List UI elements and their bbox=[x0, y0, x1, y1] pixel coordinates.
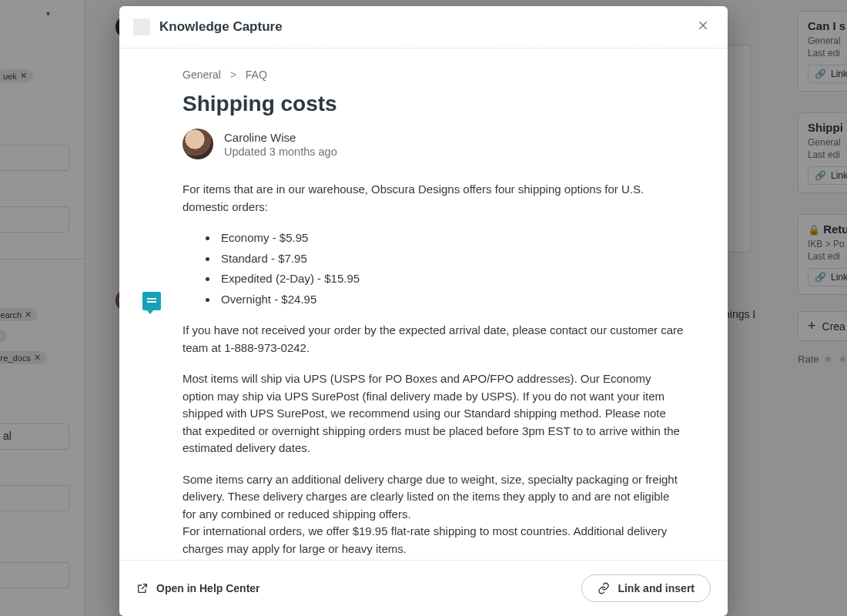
article-paragraph: Most items will ship via UPS (USPS for P… bbox=[182, 370, 685, 457]
close-button[interactable] bbox=[697, 19, 712, 35]
breadcrumb: General > FAQ bbox=[182, 69, 685, 81]
link-and-insert-button[interactable]: Link and insert bbox=[581, 574, 711, 602]
article-title: Shipping costs bbox=[182, 92, 685, 116]
shipping-options-list: Economy - $5.95 Standard - $7.95 Expedit… bbox=[182, 229, 685, 308]
close-icon bbox=[697, 19, 709, 32]
breadcrumb-leaf[interactable]: FAQ bbox=[246, 69, 267, 81]
knowledge-capture-modal: Knowledge Capture General > FAQ Shipping… bbox=[119, 6, 728, 616]
author-name: Caroline Wise bbox=[224, 131, 337, 144]
open-help-center-label: Open in Help Center bbox=[156, 582, 260, 594]
link-icon bbox=[598, 582, 610, 594]
article-body: For items that are in our warehouse, Obs… bbox=[182, 181, 685, 557]
open-help-center-link[interactable]: Open in Help Center bbox=[136, 582, 260, 594]
list-item: Economy - $5.95 bbox=[218, 229, 685, 247]
modal-title: Knowledge Capture bbox=[159, 19, 283, 35]
comment-icon[interactable] bbox=[142, 292, 161, 310]
list-item: Standard - $7.95 bbox=[218, 250, 685, 268]
breadcrumb-root[interactable]: General bbox=[182, 69, 221, 81]
breadcrumb-separator: > bbox=[230, 69, 236, 81]
external-link-icon bbox=[136, 582, 149, 594]
article-container: General > FAQ Shipping costs Caroline Wi… bbox=[119, 69, 728, 557]
author-avatar bbox=[182, 129, 213, 159]
article-paragraph: Some items carry an additional delivery … bbox=[182, 471, 685, 558]
modal-overlay: Knowledge Capture General > FAQ Shipping… bbox=[0, 0, 847, 616]
list-item: Expedited (2-Day) - $15.95 bbox=[218, 270, 685, 288]
author-row: Caroline Wise Updated 3 months ago bbox=[182, 129, 685, 159]
article-paragraph: If you have not received your order by t… bbox=[182, 322, 685, 357]
app-logo bbox=[133, 18, 150, 35]
modal-body: General > FAQ Shipping costs Caroline Wi… bbox=[119, 49, 728, 560]
list-item: Overnight - $24.95 bbox=[218, 291, 685, 309]
modal-header: Knowledge Capture bbox=[119, 6, 728, 49]
article-paragraph: For items that are in our warehouse, Obs… bbox=[182, 181, 685, 216]
author-meta: Caroline Wise Updated 3 months ago bbox=[224, 131, 337, 158]
updated-label: Updated 3 months ago bbox=[224, 146, 337, 158]
modal-footer: Open in Help Center Link and insert bbox=[119, 560, 728, 616]
link-and-insert-label: Link and insert bbox=[618, 582, 695, 594]
